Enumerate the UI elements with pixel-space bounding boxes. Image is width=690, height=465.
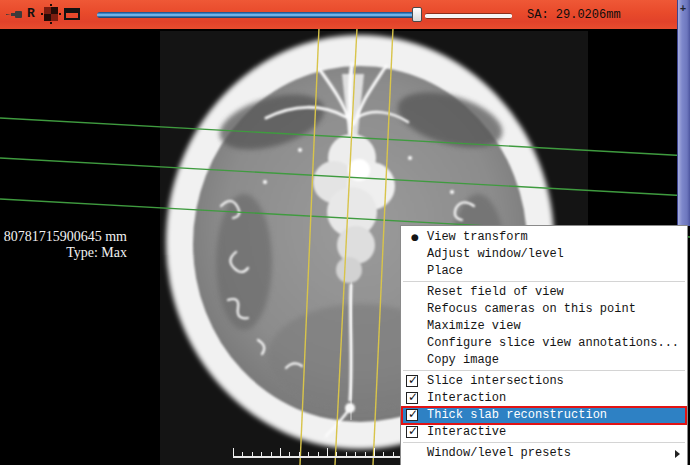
layout-checker-icon[interactable]: [44, 7, 58, 21]
pin-icon[interactable]: [6, 9, 24, 20]
slider-handle[interactable]: [412, 7, 422, 22]
menu-item-label: View transform: [427, 229, 528, 246]
menu-item-refocus-cameras[interactable]: Refocus cameras on this point: [401, 301, 687, 318]
menu-item-maximize-view[interactable]: Maximize view: [401, 318, 687, 335]
slider-track-rest[interactable]: [425, 13, 512, 19]
menu-item-label: Window/level presets: [427, 445, 571, 462]
checkbox-checked-icon[interactable]: ✓: [406, 392, 418, 404]
context-menu: ● View transform Adjust window/level Pla…: [400, 225, 688, 465]
scroll-marker-icon[interactable]: +: [680, 2, 686, 13]
coordinate-readout: 80781715900645 mm: [0, 229, 127, 245]
slab-type-readout: Type: Max: [0, 245, 127, 261]
orientation-label: R: [27, 6, 35, 21]
menu-item-label: Maximize view: [427, 318, 521, 335]
menu-item-place[interactable]: Place: [401, 263, 687, 280]
menu-item-window-level-presets[interactable]: Window/level presets: [401, 445, 687, 462]
menu-item-label: Adjust window/level: [427, 246, 564, 263]
menu-item-thick-slab-reconstruction[interactable]: ✓ Thick slab reconstruction: [401, 407, 687, 424]
menu-item-interactive[interactable]: ✓ Interactive: [401, 424, 687, 441]
menu-item-configure-annotations[interactable]: Configure slice view annotations...: [401, 335, 687, 352]
menu-item-reset-field-of-view[interactable]: Reset field of view: [401, 284, 687, 301]
checkbox-checked-icon[interactable]: ✓: [406, 375, 418, 387]
menu-item-label: Slice intersections: [427, 373, 564, 390]
right-scroll-strip[interactable]: +: [677, 0, 690, 226]
menu-item-label: Interaction: [427, 390, 506, 407]
menu-item-label: Place: [427, 263, 463, 280]
menu-separator: [403, 370, 685, 371]
menu-item-view-transform[interactable]: ● View transform: [401, 229, 687, 246]
menu-item-label: Interactive: [427, 424, 506, 441]
menu-item-label: Thick slab reconstruction: [427, 407, 607, 424]
menu-item-interaction[interactable]: ✓ Interaction: [401, 390, 687, 407]
slice-toolbar: R SA: 29.0206mm: [0, 0, 677, 29]
slice-view-window: 80781715900645 mm Type: Max R SA: 29.020…: [0, 0, 690, 465]
menu-item-slice-intersections[interactable]: ✓ Slice intersections: [401, 373, 687, 390]
submenu-arrow-icon: [675, 450, 680, 458]
menu-separator: [403, 442, 685, 443]
checkbox-checked-icon[interactable]: ✓: [406, 409, 418, 421]
maximize-window-icon[interactable]: [64, 8, 80, 20]
menu-item-label: Copy image: [427, 352, 499, 369]
menu-item-copy-image[interactable]: Copy image: [401, 352, 687, 369]
menu-item-adjust-window-level[interactable]: Adjust window/level: [401, 246, 687, 263]
slab-thickness-slider[interactable]: [97, 0, 512, 29]
menu-separator: [403, 281, 685, 282]
slider-track-filled[interactable]: [97, 12, 416, 18]
menu-item-label: Configure slice view annotations...: [427, 335, 679, 352]
checkbox-checked-icon[interactable]: ✓: [406, 426, 418, 438]
radio-selected-icon: ●: [407, 229, 423, 246]
menu-item-label: Reset field of view: [427, 284, 564, 301]
slab-thickness-readout: SA: 29.0206mm: [527, 8, 621, 22]
view-annotation-block: 80781715900645 mm Type: Max: [0, 229, 127, 261]
menu-item-label: Refocus cameras on this point: [427, 301, 636, 318]
